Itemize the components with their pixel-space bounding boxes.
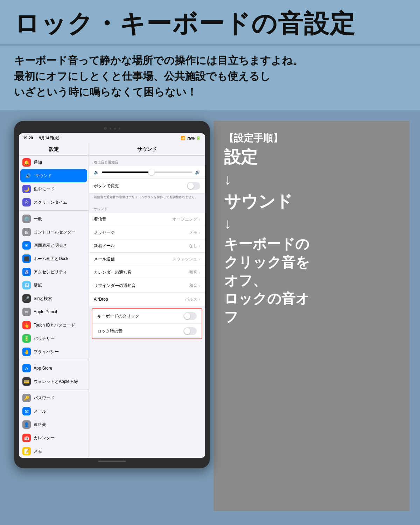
highlighted-row-キーボードのクリック[interactable]: キーボードのクリック (92, 309, 202, 324)
volume-fill (102, 172, 152, 173)
sidebar-item-siri[interactable]: 🎤Siriと検索 (19, 292, 89, 305)
volume-note: 着信音と通知音の音量はボリュームボタンを操作しても調整されません。 (89, 194, 205, 202)
sound-value: 和音› (189, 270, 200, 275)
sidebar-label-notes: メモ (34, 448, 42, 454)
sidebar-label-contacts: 連絡先 (34, 422, 46, 428)
sidebar-item-accessibility[interactable]: ♿アクセシビリティ (19, 265, 89, 279)
sidebar-icon-pencil: ✏ (22, 308, 31, 316)
sidebar-item-display[interactable]: ☀画面表示と明るさ (19, 239, 89, 252)
highlighted-rows-container: キーボードのクリックロック時の音 (92, 309, 202, 338)
toggle-キーボードのクリック[interactable] (183, 312, 197, 320)
toggle-knob (184, 313, 190, 319)
subtitle-area: キーボード音って静かな場所での操作には目立ちますよね。 最初にオフにしとくと仕事… (0, 46, 420, 110)
sidebar-item-appstore[interactable]: AApp Store (19, 362, 89, 375)
sidebar-label-password: パスワード (34, 395, 55, 401)
sidebar-icon-notes: 📝 (22, 447, 31, 455)
content-body: 着信音と通知音 🔈 🔊 ボタンで変更 (89, 156, 205, 339)
button-change-toggle[interactable] (187, 182, 200, 190)
sidebar-item-touchid[interactable]: 👆Touch IDとパスコード (19, 318, 89, 332)
status-bar: 19:20 9月14日(火) 📶 75% 🔋 (19, 133, 205, 143)
sidebar-item-wallpaper[interactable]: 🖼壁紙 (19, 279, 89, 292)
speaker-dot (110, 128, 111, 130)
highlighted-label: ロック時の音 (97, 328, 122, 334)
sidebar-item-pencil[interactable]: ✏Apple Pencil (19, 305, 89, 318)
sidebar-divider (19, 210, 89, 211)
ipad-wrapper: 19:20 9月14日(火) 📶 75% 🔋 設定 (10, 121, 214, 511)
sound-label: メッセージ (94, 230, 115, 236)
sound-row-新着メール[interactable]: 新着メールなし› (89, 239, 205, 253)
sidebar-item-privacy[interactable]: 🤚プライバシー (19, 345, 89, 358)
sidebar-icon-display: ☀ (22, 241, 31, 250)
instruction-step-4: キーボードの クリック音を オフ、 ロックの音オ フ (224, 235, 399, 326)
sidebar-icon-privacy: 🤚 (22, 348, 31, 356)
sidebar-item-wallet[interactable]: 💳ウォレットとApple Pay (19, 375, 89, 388)
sidebar-label-siri: Siriと検索 (34, 296, 52, 302)
sidebar-label-privacy: プライバシー (34, 349, 59, 355)
settings-sidebar: 設定 🔔通知🔊サウンド🌙集中モード⏱スクリーンタイム⚙️一般⊞コントロールセンタ… (19, 143, 89, 458)
sidebar-label-appstore: App Store (34, 366, 52, 371)
sidebar-label-notification: 通知 (34, 160, 42, 166)
sound-value: なし› (189, 243, 200, 249)
content-title: サウンド (89, 143, 205, 156)
sidebar-item-contacts[interactable]: 👤連絡先 (19, 418, 89, 431)
sidebar-item-general[interactable]: ⚙️一般 (19, 212, 89, 225)
sidebar-item-mail[interactable]: ✉メール (19, 405, 89, 418)
sidebar-label-battery: バッテリー (34, 336, 55, 342)
sidebar-item-battery[interactable]: 🔋バッテリー (19, 332, 89, 345)
subtitle-line1: キーボード音って静かな場所での操作には目立ちますよね。 (14, 55, 303, 66)
sound-row-AirDrop[interactable]: AirDropパルス› (89, 293, 205, 306)
sidebar-label-calendar: カレンダー (34, 435, 55, 441)
volume-low-icon: 🔈 (94, 170, 99, 175)
instruction-box: 【設定手順】 設定↓サウンド↓キーボードの クリック音を オフ、 ロックの音オ … (224, 131, 399, 326)
sidebar-item-password[interactable]: 🔑パスワード (19, 391, 89, 405)
section-sound-header: サウンド (89, 202, 205, 213)
battery-percent: 75% (187, 136, 195, 140)
sidebar-item-calendar[interactable]: 📅カレンダー (19, 431, 89, 444)
instruction-step-3: ↓ (224, 215, 399, 232)
subtitle-text: キーボード音って静かな場所での操作には目立ちますよね。 最初にオフにしとくと仕事… (14, 52, 406, 100)
sidebar-item-homescreen[interactable]: ⬛ホーム画面とDock (19, 252, 89, 265)
sidebar-icon-wallpaper: 🖼 (22, 281, 31, 289)
sound-label: メール送信 (94, 256, 115, 262)
sidebar-label-controlcenter: コントロールセンター (34, 229, 76, 235)
toggle-label: ボタンで変更 (94, 183, 119, 189)
sidebar-item-focus[interactable]: 🌙集中モード (19, 182, 89, 196)
sidebar-icon-focus: 🌙 (22, 185, 31, 193)
sound-row-カレンダーの通知音[interactable]: カレンダーの通知音和音› (89, 266, 205, 279)
highlighted-section: キーボードのクリックロック時の音 (92, 308, 202, 339)
volume-slider[interactable] (102, 172, 192, 173)
sidebar-label-general: 一般 (34, 216, 42, 222)
highlighted-label: キーボードのクリック (97, 313, 139, 319)
wifi-icon: 📶 (181, 136, 186, 140)
sidebar-icon-sound: 🔊 (24, 172, 32, 180)
sidebar-item-sound[interactable]: 🔊サウンド (20, 169, 87, 182)
home-bar (98, 461, 126, 462)
instruction-steps-container: 設定↓サウンド↓キーボードの クリック音を オフ、 ロックの音オ フ (224, 146, 399, 326)
sidebar-item-screentime[interactable]: ⏱スクリーンタイム (19, 196, 89, 209)
main-content: 19:20 9月14日(火) 📶 75% 🔋 設定 (0, 110, 420, 525)
camera-dot (104, 127, 107, 130)
instruction-bracket: 【設定手順】 (224, 131, 399, 145)
sidebar-item-notification[interactable]: 🔔通知 (19, 156, 89, 169)
toggle-ロック時の音[interactable] (183, 327, 197, 335)
toggle-knob (184, 328, 190, 334)
sidebar-divider (19, 390, 89, 390)
sidebar-icon-siri: 🎤 (22, 294, 31, 303)
sidebar-icon-accessibility: ♿ (22, 268, 31, 276)
highlighted-row-ロック時の音[interactable]: ロック時の音 (92, 324, 202, 338)
sound-row-着信音[interactable]: 着信音オープニング› (89, 213, 205, 226)
sidebar-label-focus: 集中モード (34, 186, 55, 192)
toggle-knob (188, 183, 194, 189)
sidebar-item-controlcenter[interactable]: ⊞コントロールセンター (19, 225, 89, 239)
sound-row-メール送信[interactable]: メール送信スウォッシュ› (89, 253, 205, 266)
instruction-step-2: サウンド (224, 191, 399, 212)
sound-row-メッセージ[interactable]: メッセージメモ› (89, 226, 205, 239)
sound-row-リマインダーの通知音[interactable]: リマインダーの通知音和音› (89, 279, 205, 293)
sidebar-label-pencil: Apple Pencil (34, 309, 57, 314)
sidebar-item-notes[interactable]: 📝メモ (19, 444, 89, 458)
sidebar-label-wallet: ウォレットとApple Pay (34, 379, 78, 385)
sound-label: リマインダーの通知音 (94, 283, 136, 289)
sidebar-icon-touchid: 👆 (22, 321, 31, 329)
instruction-step-0: 設定 (224, 146, 399, 168)
sound-value: メモ› (189, 230, 200, 236)
